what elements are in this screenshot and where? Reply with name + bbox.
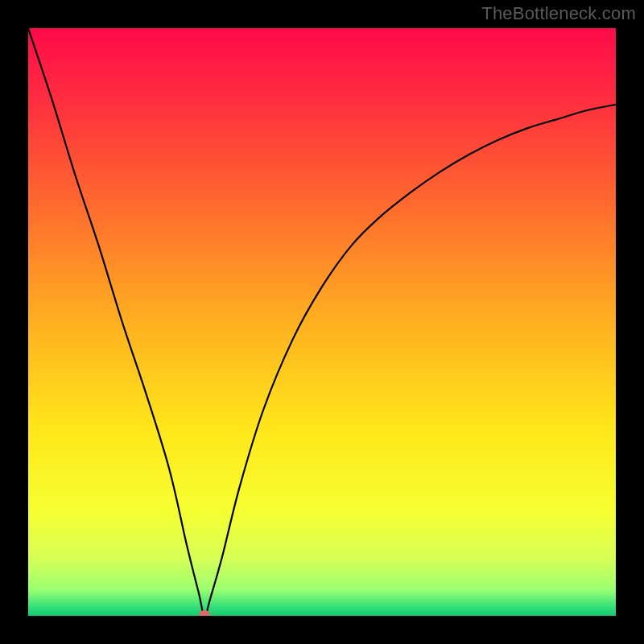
watermark-text: TheBottleneck.com — [481, 3, 636, 24]
plot-area — [28, 28, 616, 616]
bottleneck-curve — [28, 28, 616, 616]
chart-frame: TheBottleneck.com — [0, 0, 644, 644]
